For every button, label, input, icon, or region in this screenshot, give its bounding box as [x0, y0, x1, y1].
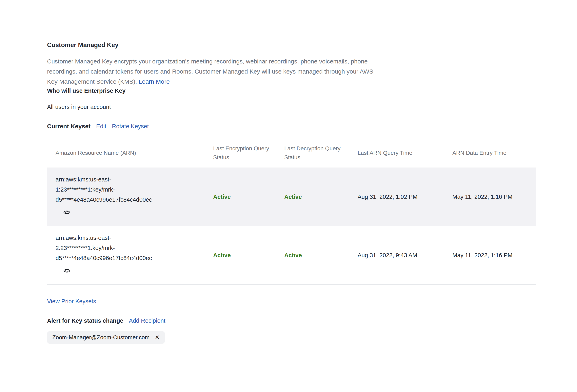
recipient-chip: Zoom-Manager@Zoom-Customer.com ✕	[47, 331, 165, 344]
who-will-use-value: All users in your account	[47, 103, 546, 111]
encryption-status: Active	[213, 252, 231, 258]
reveal-arn-button[interactable]	[62, 209, 72, 216]
last-arn-query-time: Aug 31, 2022, 1:02 PM	[349, 168, 444, 226]
recipient-email: Zoom-Manager@Zoom-Customer.com	[52, 334, 149, 341]
last-arn-query-time: Aug 31, 2022, 9:43 AM	[349, 226, 444, 285]
decryption-status-cell: Active	[276, 226, 349, 285]
decryption-status: Active	[284, 194, 302, 200]
alert-for-key-status-row: Alert for Key status change Add Recipien…	[47, 317, 546, 325]
current-keyset-heading: Current Keyset	[47, 122, 91, 130]
column-header-last-arn-query-time: Last ARN Query Time	[349, 139, 444, 168]
encryption-status-cell: Active	[205, 168, 276, 226]
column-header-arn: Amazon Resource Name (ARN)	[47, 139, 205, 168]
customer-managed-key-section: Customer Managed Key Customer Managed Ke…	[47, 0, 546, 344]
who-will-use-heading: Who will use Enterprise Key	[47, 87, 546, 95]
rotate-keyset-link[interactable]: Rotate Keyset	[112, 123, 149, 130]
cmk-description-text: Customer Managed Key encrypts your organ…	[47, 58, 373, 85]
reveal-arn-button[interactable]	[62, 267, 72, 274]
edit-keyset-link[interactable]: Edit	[96, 123, 106, 130]
arn-value: arn:aws:kms:us-east-1:23*********1:key/m…	[56, 174, 169, 205]
cmk-description: Customer Managed Key encrypts your organ…	[47, 56, 375, 87]
arn-cell: arn:aws:kms:us-east-1:23*********1:key/m…	[47, 168, 205, 226]
arn-data-entry-time: May 11, 2022, 1:16 PM	[444, 226, 536, 285]
decryption-status-cell: Active	[276, 168, 349, 226]
encryption-status-cell: Active	[205, 226, 276, 285]
column-header-last-decryption: Last Decryption Query Status	[276, 139, 349, 168]
arn-cell: arn:aws:kms:us-east-2:23*********1:key/m…	[47, 226, 205, 285]
alert-heading: Alert for Key status change	[47, 317, 123, 325]
column-header-last-encryption: Last Encryption Query Status	[205, 139, 276, 168]
close-icon: ✕	[155, 334, 159, 341]
decryption-status: Active	[284, 252, 302, 258]
add-recipient-link[interactable]: Add Recipient	[129, 318, 165, 324]
table-header-row: Amazon Resource Name (ARN) Last Encrypti…	[47, 139, 536, 168]
eye-icon	[62, 214, 72, 217]
eye-icon	[62, 272, 72, 275]
learn-more-link[interactable]: Learn More	[139, 78, 170, 85]
remove-recipient-button[interactable]: ✕	[155, 335, 159, 340]
current-keyset-header: Current Keyset Edit Rotate Keyset	[47, 122, 546, 130]
keyset-table: Amazon Resource Name (ARN) Last Encrypti…	[47, 139, 536, 285]
column-header-arn-data-entry-time: ARN Data Entry Time	[444, 139, 536, 168]
table-row: arn:aws:kms:us-east-2:23*********1:key/m…	[47, 226, 536, 285]
encryption-status: Active	[213, 194, 231, 200]
arn-value: arn:aws:kms:us-east-2:23*********1:key/m…	[56, 233, 169, 263]
view-prior-keysets-link[interactable]: View Prior Keysets	[47, 297, 96, 305]
table-row: arn:aws:kms:us-east-1:23*********1:key/m…	[47, 168, 536, 226]
page-title: Customer Managed Key	[47, 41, 546, 49]
arn-data-entry-time: May 11, 2022, 1:16 PM	[444, 168, 536, 226]
